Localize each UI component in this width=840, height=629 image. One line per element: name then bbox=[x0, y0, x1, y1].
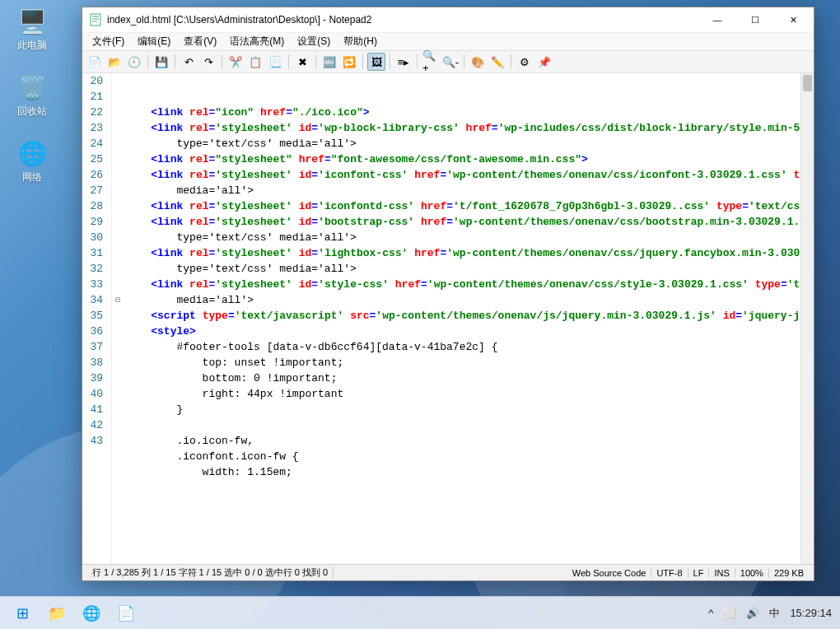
toolbar-new-button[interactable]: 📄 bbox=[86, 53, 104, 71]
line-number[interactable]: 21 bbox=[86, 89, 105, 105]
line-number[interactable]: 28 bbox=[86, 198, 105, 214]
network-icon[interactable]: ⬜ bbox=[721, 605, 738, 621]
code-line[interactable]: type='text/css' media='all'> bbox=[125, 136, 814, 151]
status-insert-mode[interactable]: INS bbox=[709, 568, 735, 578]
code-line[interactable]: <script type='text/javascript' src='wp-c… bbox=[125, 308, 814, 324]
code-line[interactable]: } bbox=[125, 402, 814, 417]
line-number[interactable]: 37 bbox=[86, 339, 105, 355]
status-encoding[interactable]: UTF-8 bbox=[651, 568, 688, 578]
status-zoom[interactable]: 100% bbox=[735, 568, 769, 578]
line-number[interactable]: 33 bbox=[86, 277, 105, 292]
code-line[interactable]: top: unset !important; bbox=[125, 355, 814, 370]
menu-语法高亮[interactable]: 语法高亮(M) bbox=[223, 33, 291, 50]
code-line[interactable]: <link rel='stylesheet' id='iconfont-css'… bbox=[125, 167, 814, 183]
code-line[interactable]: type='text/css' media='all'> bbox=[125, 261, 814, 277]
code-line[interactable]: <link rel='stylesheet' id='iconfontd-css… bbox=[125, 198, 814, 214]
desktop-icon-此电脑[interactable]: 🖥️此电脑 bbox=[8, 7, 56, 53]
line-number[interactable]: 20 bbox=[86, 73, 105, 89]
code-line[interactable]: width: 1.15em; bbox=[125, 464, 814, 480]
toolbar-save-button[interactable]: 💾 bbox=[152, 53, 170, 71]
code-line[interactable]: .iconfont.icon-fw { bbox=[125, 449, 814, 464]
line-number[interactable]: 39 bbox=[86, 370, 105, 386]
code-line[interactable]: <link rel="stylesheet" href="font-awesom… bbox=[125, 151, 814, 167]
close-button[interactable]: ✕ bbox=[774, 7, 812, 32]
titlebar[interactable]: index_old.html [C:\Users\Administrator\D… bbox=[82, 7, 814, 32]
code-line[interactable]: bottom: 0 !important; bbox=[125, 370, 814, 386]
toolbar-highlight-button[interactable]: ✏️ bbox=[488, 53, 506, 71]
desktop-glyph-icon: 🌐 bbox=[17, 138, 47, 168]
menu-文件[interactable]: 文件(F) bbox=[86, 33, 131, 50]
toolbar-replace-button[interactable]: 🔁 bbox=[340, 53, 358, 71]
line-number[interactable]: 43 bbox=[86, 433, 105, 449]
code-line[interactable]: <link rel='stylesheet' id='lightbox-css'… bbox=[125, 245, 814, 261]
clock[interactable]: 15:29:14 bbox=[788, 605, 833, 621]
taskbar-notepad2-button[interactable]: 📄 bbox=[110, 599, 142, 628]
toolbar-indent-button[interactable]: ≡▸ bbox=[394, 53, 413, 71]
line-number[interactable]: 29 bbox=[86, 214, 105, 230]
code-line[interactable]: right: 44px !important bbox=[125, 386, 814, 402]
taskbar-explorer-button[interactable]: 📁 bbox=[41, 599, 72, 628]
line-number[interactable]: 22 bbox=[86, 105, 105, 120]
desktop-icon-回收站[interactable]: 🗑️回收站 bbox=[8, 72, 56, 119]
toolbar-paste-button[interactable]: 📃 bbox=[266, 53, 284, 71]
toolbar-cut-button[interactable]: ✂️ bbox=[226, 53, 245, 71]
line-number[interactable]: 30 bbox=[86, 230, 105, 245]
tray-overflow-icon[interactable]: ^ bbox=[707, 605, 715, 621]
code-line[interactable]: media='all'> bbox=[125, 292, 814, 308]
line-number[interactable]: 34 bbox=[86, 292, 105, 308]
line-number[interactable]: 25 bbox=[86, 151, 105, 167]
toolbar-redo-button[interactable]: ↷ bbox=[199, 53, 217, 71]
line-number[interactable]: 23 bbox=[86, 120, 105, 136]
status-language[interactable]: Web Source Code bbox=[567, 568, 652, 578]
toolbar-history-button[interactable]: 🕘 bbox=[125, 53, 143, 71]
line-number[interactable]: 26 bbox=[86, 167, 105, 183]
line-number[interactable]: 31 bbox=[86, 245, 105, 261]
code-line[interactable]: .io.icon-fw, bbox=[125, 433, 814, 449]
toolbar-zoom-in-button[interactable]: 🔍+ bbox=[422, 53, 440, 71]
toolbar-find-button[interactable]: 🔤 bbox=[320, 53, 338, 71]
fold-marker[interactable]: ⊟ bbox=[112, 292, 124, 308]
menu-设置[interactable]: 设置(S) bbox=[291, 33, 337, 50]
scrollbar-thumb[interactable] bbox=[803, 75, 812, 91]
vertical-scrollbar[interactable] bbox=[800, 73, 814, 564]
code-line[interactable]: type='text/css' media='all'> bbox=[125, 230, 814, 245]
toolbar-delete-button[interactable]: ✖ bbox=[293, 53, 311, 71]
line-number[interactable]: 32 bbox=[86, 261, 105, 277]
toolbar-pin-button[interactable]: 📌 bbox=[535, 53, 553, 71]
line-number[interactable]: 36 bbox=[86, 324, 105, 339]
menu-编辑[interactable]: 编辑(E) bbox=[131, 33, 177, 50]
taskbar-start-button[interactable]: ⊞ bbox=[7, 599, 38, 628]
toolbar-zoom-out-button[interactable]: 🔍- bbox=[441, 53, 460, 71]
toolbar-view-mode-button[interactable]: 🖼 bbox=[367, 53, 385, 71]
line-number[interactable]: 35 bbox=[86, 308, 105, 324]
toolbar-undo-button[interactable]: ↶ bbox=[180, 53, 198, 71]
taskbar-edge-button[interactable]: 🌐 bbox=[76, 599, 107, 628]
line-number[interactable]: 38 bbox=[86, 355, 105, 370]
line-number[interactable]: 42 bbox=[86, 417, 105, 433]
code-line[interactable]: <style> bbox=[125, 324, 814, 339]
line-number[interactable]: 27 bbox=[86, 183, 105, 198]
code-line[interactable]: media='all'> bbox=[125, 183, 814, 198]
maximize-button[interactable]: ☐ bbox=[736, 7, 774, 32]
code-line[interactable]: <link rel="icon" href="./ico.ico"> bbox=[125, 105, 814, 120]
status-eol[interactable]: LF bbox=[688, 568, 710, 578]
code-line[interactable] bbox=[125, 417, 814, 433]
code-line[interactable]: #footer-tools [data-v-db6ccf64][data-v-4… bbox=[125, 339, 814, 355]
toolbar-scheme-button[interactable]: 🎨 bbox=[469, 53, 487, 71]
menu-查看[interactable]: 查看(V) bbox=[177, 33, 223, 50]
line-number[interactable]: 41 bbox=[86, 402, 105, 417]
code-area[interactable]: <link rel="icon" href="./ico.ico"> <link… bbox=[124, 73, 814, 564]
code-line[interactable]: <link rel='stylesheet' id='bootstrap-css… bbox=[125, 214, 814, 230]
line-number[interactable]: 24 bbox=[86, 136, 105, 151]
desktop-icon-网络[interactable]: 🌐网络 bbox=[8, 138, 56, 184]
toolbar-settings-button[interactable]: ⚙ bbox=[516, 53, 534, 71]
volume-icon[interactable]: 🔊 bbox=[744, 605, 761, 621]
code-line[interactable]: <link rel='stylesheet' id='style-css' hr… bbox=[125, 277, 814, 292]
minimize-button[interactable]: — bbox=[698, 7, 736, 32]
code-line[interactable]: <link rel='stylesheet' id='wp-block-libr… bbox=[125, 120, 814, 136]
toolbar-open-button[interactable]: 📂 bbox=[105, 53, 124, 71]
line-number[interactable]: 40 bbox=[86, 386, 105, 402]
toolbar-copy-button[interactable]: 📋 bbox=[246, 53, 264, 71]
ime-indicator[interactable]: 中 bbox=[768, 604, 782, 622]
menu-帮助[interactable]: 帮助(H) bbox=[337, 33, 384, 50]
